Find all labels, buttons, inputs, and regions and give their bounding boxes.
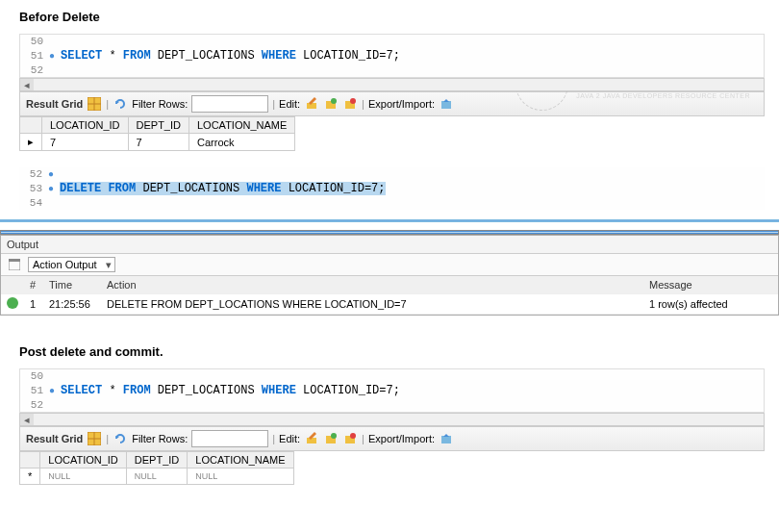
separator: | [362, 433, 364, 444]
status-cell [1, 294, 24, 315]
action-cell: DELETE FROM DEPT_LOCATIONS WHERE LOCATIO… [101, 294, 643, 315]
line-number: 52 [19, 168, 48, 180]
add-row-icon[interactable] [323, 431, 339, 446]
null-cell[interactable]: NULL [188, 469, 293, 485]
status-column-header [1, 276, 24, 294]
table-cell[interactable]: 7 [42, 134, 129, 151]
column-header[interactable]: LOCATION_ID [42, 117, 129, 134]
result-toolbar-post: Result Grid | Filter Rows: | Edit: | Exp… [19, 426, 765, 451]
result-table-before: LOCATION_ID DEPT_ID LOCATION_NAME ▸ 7 7 … [19, 116, 295, 151]
action-column-header[interactable]: Action [101, 276, 643, 294]
scroll-left-button[interactable]: ◂ [20, 414, 34, 425]
filter-rows-input[interactable] [191, 95, 268, 113]
edit-label: Edit: [279, 433, 300, 444]
row-pointer-header [20, 452, 40, 469]
filter-rows-label: Filter Rows: [132, 98, 188, 110]
post-delete-title: Post delete and commit. [0, 335, 779, 364]
column-header[interactable]: LOCATION_ID [40, 452, 127, 469]
row-pointer: ▸ [20, 134, 42, 151]
refresh-icon[interactable] [113, 431, 128, 446]
output-toolbar: Action Output [1, 254, 778, 276]
null-cell[interactable]: NULL [40, 469, 127, 485]
new-row-marker: * [20, 469, 40, 485]
refresh-icon[interactable] [113, 96, 128, 112]
svg-point-5 [331, 98, 337, 104]
svg-rect-19 [441, 436, 451, 443]
sql-editor-post[interactable]: 50 51 ● SELECT * FROM DEPT_LOCATIONS WHE… [19, 368, 765, 413]
delete-row-icon[interactable] [342, 96, 358, 112]
svg-point-7 [350, 98, 356, 104]
sql-editor-before[interactable]: 50 51 ● SELECT * FROM DEPT_LOCATIONS WHE… [19, 34, 765, 78]
scroll-left-button[interactable]: ◂ [20, 79, 34, 90]
result-table-post: LOCATION_ID DEPT_ID LOCATION_NAME * NULL… [19, 451, 294, 485]
line-number: 53 [19, 183, 48, 194]
line-number: 50 [20, 36, 49, 47]
column-header[interactable]: DEPT_ID [128, 117, 188, 134]
sql-code-line[interactable]: SELECT * FROM DEPT_LOCATIONS WHERE LOCAT… [61, 49, 764, 63]
delete-row-icon[interactable] [342, 431, 358, 446]
add-row-icon[interactable] [323, 96, 339, 112]
export-import-label: Export/Import: [368, 98, 435, 110]
table-cell[interactable]: 7 [128, 134, 188, 151]
filter-rows-input[interactable] [191, 430, 268, 447]
svg-rect-10 [9, 259, 20, 262]
export-import-label: Export/Import: [368, 433, 435, 444]
table-cell[interactable]: Carrock [189, 134, 295, 151]
line-number: 50 [20, 370, 49, 382]
export-icon[interactable] [439, 96, 454, 112]
line-number: 54 [19, 197, 48, 209]
edit-label: Edit: [279, 98, 300, 110]
message-column-header[interactable]: Message [643, 276, 778, 294]
line-number: 52 [20, 64, 49, 76]
edit-icon[interactable] [304, 96, 319, 112]
output-type-dropdown[interactable]: Action Output [28, 257, 115, 272]
row-pointer-header [20, 117, 42, 134]
time-column-header[interactable]: Time [43, 276, 101, 294]
watermark-sub-text: JAVA 2 JAVA DEVELOPERS RESOURCE CENTER [576, 92, 750, 99]
separator: | [272, 433, 275, 444]
success-icon [7, 297, 18, 309]
table-row[interactable]: ▸ 7 7 Carrock [20, 134, 295, 151]
time-cell: 21:25:56 [43, 294, 101, 315]
output-window-icon[interactable] [7, 257, 22, 272]
output-log-table: # Time Action Message 1 21:25:56 DELETE … [1, 276, 778, 315]
horizontal-scrollbar[interactable]: ◂ [19, 78, 765, 91]
line-number: 51 [20, 385, 49, 396]
null-cell[interactable]: NULL [126, 469, 187, 485]
horizontal-scrollbar[interactable]: ◂ [19, 413, 765, 426]
sql-code-line[interactable]: SELECT * FROM DEPT_LOCATIONS WHERE LOCAT… [61, 384, 764, 397]
sql-code-line[interactable]: DELETE FROM DEPT_LOCATIONS WHERE LOCATIO… [60, 182, 765, 195]
message-cell: 1 row(s) affected [643, 294, 778, 315]
export-icon[interactable] [439, 431, 454, 446]
table-row[interactable]: * NULL NULL NULL [20, 469, 294, 485]
column-header[interactable]: LOCATION_NAME [189, 117, 295, 134]
grid-icon[interactable] [87, 96, 102, 112]
line-number: 52 [20, 399, 49, 411]
breakpoint-dot: ● [49, 386, 61, 396]
row-num-cell: 1 [24, 294, 43, 315]
before-delete-title: Before Delete [0, 0, 779, 29]
output-row[interactable]: 1 21:25:56 DELETE FROM DEPT_LOCATIONS WH… [1, 294, 778, 315]
panel-divider[interactable] [0, 219, 779, 222]
svg-point-18 [350, 433, 356, 439]
output-header: Output [1, 236, 778, 254]
separator: | [362, 98, 364, 110]
breakpoint-dot: ● [48, 184, 60, 194]
filter-rows-label: Filter Rows: [132, 433, 188, 444]
result-grid-label: Result Grid [26, 98, 83, 110]
grid-icon[interactable] [87, 431, 102, 446]
output-panel: Output Action Output # Time Action Messa… [0, 235, 779, 316]
edit-icon[interactable] [304, 431, 319, 446]
column-header[interactable]: DEPT_ID [126, 452, 187, 469]
breakpoint-dot: ● [49, 51, 61, 62]
svg-rect-8 [441, 101, 451, 109]
svg-point-16 [331, 433, 337, 439]
separator: | [106, 433, 109, 444]
result-grid-label: Result Grid [26, 433, 83, 444]
separator: | [272, 98, 275, 110]
line-number: 51 [20, 50, 49, 62]
column-header[interactable]: LOCATION_NAME [188, 452, 293, 469]
sql-editor-delete[interactable]: 52 ● 53 ● DELETE FROM DEPT_LOCATIONS WHE… [19, 167, 765, 210]
num-column-header[interactable]: # [24, 276, 43, 294]
separator: | [106, 98, 109, 110]
